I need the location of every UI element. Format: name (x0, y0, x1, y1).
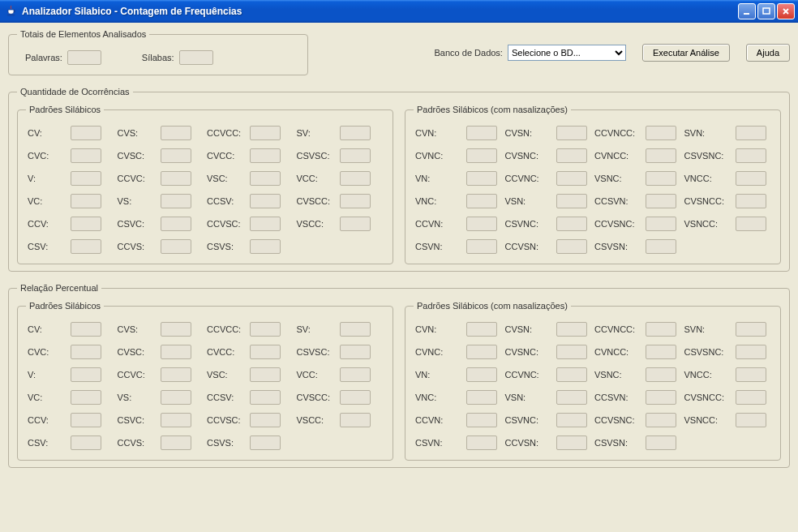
pattern-label: CVNC: (415, 151, 462, 161)
pattern-label: CVSN: (505, 324, 552, 334)
minimize-button[interactable] (738, 3, 756, 19)
pattern-label: CSVSC: (297, 347, 336, 357)
execute-button[interactable]: Executar Análise (642, 44, 730, 62)
pattern-label: V: (28, 370, 66, 380)
pattern-value (161, 435, 191, 450)
pattern-label: CVCC: (207, 151, 246, 161)
pattern-label: VNCC: (684, 370, 732, 380)
help-button[interactable]: Ajuda (746, 44, 790, 62)
java-cup-icon (5, 5, 18, 18)
pattern-value (646, 239, 676, 254)
pattern-value (466, 345, 497, 359)
pattern-label: VN: (415, 370, 462, 380)
pattern-label: CSVSN: (594, 438, 641, 448)
occurrences-legend: Quantidade de Ocorrências (17, 87, 133, 97)
pattern-label: CVC: (28, 151, 66, 161)
pattern-label: SVN: (684, 324, 732, 334)
pattern-label: CCVC: (118, 174, 157, 183)
rel-patterns-nasal-panel: Padrões Silábicos (com nasalizações) CVN… (405, 301, 781, 461)
pattern-label: CCSVN: (594, 393, 641, 402)
pattern-value (250, 367, 281, 382)
pattern-value (340, 126, 371, 140)
pattern-value (161, 345, 191, 359)
pattern-label: CCVNC: (505, 370, 552, 380)
pattern-label: CCVC: (118, 370, 157, 380)
totals-group: Totais de Elementos Analisados Palavras:… (8, 29, 308, 75)
pattern-label: CV: (28, 128, 66, 138)
pattern-value (340, 148, 371, 163)
pattern-value (71, 126, 101, 140)
pattern-value (250, 126, 281, 140)
pattern-label: CSVN: (415, 242, 462, 251)
pattern-label: CSVSNC: (684, 347, 732, 357)
pattern-label: CCVNCC: (594, 128, 641, 138)
pattern-value (736, 345, 766, 359)
pattern-label: CVSC: (118, 347, 157, 357)
window-controls (738, 3, 795, 19)
pattern-label: CCVN: (415, 219, 462, 229)
pattern-label: CSV: (28, 242, 66, 251)
pattern-value (646, 171, 676, 186)
pattern-value (250, 194, 281, 208)
pattern-value (250, 390, 281, 405)
db-select[interactable]: Selecione o BD... (508, 45, 626, 61)
pattern-label: CSVS: (207, 438, 246, 448)
pattern-label: CCVNC: (505, 174, 552, 183)
pattern-value (71, 390, 101, 405)
pattern-label: CSVSNC: (684, 151, 732, 161)
pattern-value (556, 126, 587, 140)
pattern-value (250, 217, 281, 231)
pattern-value (71, 148, 101, 163)
pattern-label: CVS: (118, 128, 157, 138)
pattern-label: CCVS: (118, 242, 157, 251)
pattern-label: CVSNC: (505, 347, 552, 357)
pattern-value (250, 239, 281, 254)
close-button[interactable] (777, 3, 795, 19)
pattern-value (736, 390, 766, 405)
svg-point-0 (7, 14, 15, 15)
pattern-label: CSVSN: (594, 242, 641, 251)
pattern-label: SVN: (684, 128, 732, 138)
percent-legend: Relação Percentual (17, 283, 101, 293)
pattern-label: VCC: (297, 370, 336, 380)
rel-patterns-nasal-legend: Padrões Silábicos (com nasalizações) (414, 301, 571, 311)
pattern-label: CSVNC: (505, 219, 552, 229)
pattern-value (71, 345, 101, 359)
rel-patterns-panel: Padrões Silábicos CV:CVS:CCVCC:SV:CVC:CV… (17, 301, 393, 461)
pattern-value (556, 217, 587, 231)
percent-group: Relação Percentual Padrões Silábicos CV:… (8, 283, 790, 468)
pattern-label: CCVSC: (207, 219, 246, 229)
titlebar: Analizador Silabico - Contagem de Frequê… (0, 0, 798, 23)
pattern-value (736, 217, 766, 231)
pattern-label: V: (28, 174, 66, 183)
pattern-value (556, 148, 587, 163)
pattern-label: CCV: (28, 415, 66, 425)
pattern-value (736, 367, 766, 382)
pattern-value (646, 217, 676, 231)
svg-rect-1 (744, 13, 749, 15)
pattern-value (556, 239, 587, 254)
pattern-value (340, 367, 371, 382)
maximize-button[interactable] (757, 3, 775, 19)
pattern-label: CCVSNC: (594, 219, 641, 229)
pattern-label: VNC: (415, 196, 462, 206)
pattern-value (556, 345, 587, 359)
pattern-label: VSC: (207, 370, 246, 380)
pattern-value (646, 148, 676, 163)
pattern-value (646, 345, 676, 359)
pattern-value (466, 367, 497, 382)
pattern-label: CSVC: (118, 219, 157, 229)
pattern-value (556, 171, 587, 186)
pattern-label: VSCC: (297, 219, 336, 229)
pattern-label: CVSN: (505, 128, 552, 138)
pattern-value (71, 322, 101, 337)
pattern-label: CV: (28, 324, 66, 334)
pattern-value (71, 435, 101, 450)
pattern-label: CVNC: (415, 347, 462, 357)
pattern-value (466, 171, 497, 186)
pattern-value (466, 217, 497, 231)
occ-patterns-legend: Padrões Silábicos (26, 105, 104, 114)
pattern-value (340, 194, 371, 208)
pattern-value (161, 148, 191, 163)
pattern-label: CSVSC: (297, 151, 336, 161)
